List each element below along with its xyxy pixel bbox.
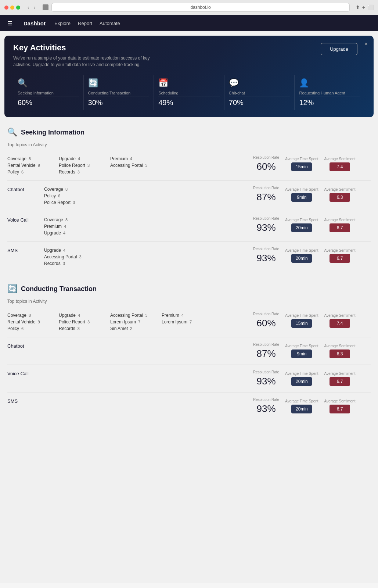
banner-title: Key Activities [13,43,365,53]
nav-automate[interactable]: Automate [100,21,120,26]
new-tab-button[interactable]: + [362,4,365,10]
sentiment-label: Average Sentiment [324,157,356,161]
ct-sms-stats: Resolution Rate 93% Average Time Spent 2… [253,398,371,415]
ct-chatbot-sent-badge: 6.3 [330,349,350,358]
ct-vc-sent-badge: 6.7 [330,377,350,386]
ct-topic-col-4: Premium 4 Lorem Ipsum 7 [162,312,213,332]
resolution-label: Resolution Rate [253,155,279,159]
seeking-header: 🔍 Seeking Information [7,128,371,137]
share-button[interactable]: ⬆ [356,4,360,10]
sidebar-button[interactable]: ⬜ [367,4,374,10]
seeking-title: Seeking Information [21,129,84,136]
ct-sent-badge: 7.4 [330,319,350,328]
ct-sms-res-pct: 93% [257,403,276,415]
ct-upgrade: Upgrade 4 [59,312,110,319]
ct-sms-res-label: Resolution Rate [253,398,279,402]
activity-card-human[interactable]: 👤 Requesting Human Agent 12% [295,75,365,110]
activity-card-scheduling[interactable]: 📅 Scheduling 49% [154,75,224,110]
vc-res-pct: 93% [257,222,276,233]
conducting-label: Conducting Transaction [88,91,150,97]
topic-policy: Policy 6 [7,169,59,175]
topics-label: Top topics in Activity [7,142,371,147]
conducting-pct: 30% [88,98,150,107]
sms-topic-col: Upgrade 4 Accessing Portal 3 Records 3 [44,247,96,267]
ct-accessing-portal: Accessing Portal 3 [110,312,162,319]
activity-card-conducting[interactable]: 🔄 Conducting Transaction 30% [84,75,154,110]
ct-sms-sent-badge: 6.7 [330,405,350,413]
back-button[interactable]: ‹ [26,4,31,11]
browser-actions: ⬆ + ⬜ [356,4,374,10]
sentiment-block: Average Sentiment 7.4 [324,157,356,171]
activity-card-seeking[interactable]: 🔍 Seeking Information 60% [13,75,84,110]
sms-stats: Resolution Rate 93% Average Time Spent 2… [253,247,371,264]
ct-police-report: Police Report 3 [59,319,110,325]
ct-vc-resolution: Resolution Rate 93% [253,370,279,387]
topic-rental-vehicle: Rental Vehicle 9 [7,162,59,169]
ct-res-label: Resolution Rate [253,312,279,316]
dot-green [16,6,20,10]
chatbot-stats: Resolution Rate 87% Average Time Spent 9… [253,186,371,203]
ct-chatbot-stats: Resolution Rate 87% Average Time Spent 9… [253,343,371,359]
chatbot-sent-badge: 6.3 [330,193,350,202]
ct-time-label: Average Time Spent [285,313,318,318]
topic-col-3: Premium 4 Accessing Portal 3 [110,155,162,175]
ct-rental: Rental Vehicle 9 [7,319,59,325]
chatbot-topic-2: Policy 6 [44,193,96,199]
forward-button[interactable]: › [32,4,37,11]
time-badge: 15min [291,162,312,171]
seeking-section-icon: 🔍 [7,128,17,137]
vc-resolution: Resolution Rate 93% [253,216,279,233]
sms-sent-badge: 6.7 [330,254,350,263]
upgrade-button[interactable]: Upgrade [321,43,357,55]
conducting-top-row: Coverage 8 Rental Vehicle 9 Policy 6 [7,307,371,337]
ct-sms-sent-label: Average Sentiment [324,399,356,403]
seeking-label: Seeking Information [18,91,79,97]
sms-label: SMS [7,247,44,253]
chatbot-sent-label: Average Sentiment [324,187,356,191]
vc-topic-2: Premium 4 [44,223,96,230]
vc-time: Average Time Spent 20min [285,218,318,232]
seeking-pct: 60% [18,98,79,107]
dot-red [4,6,8,10]
address-bar[interactable]: dashbot.io [51,3,349,12]
ct-chatbot-time-badge: 9min [291,349,312,358]
ct-sentiment: Average Sentiment 7.4 [324,313,356,328]
conducting-top-stats: Resolution Rate 60% Average Time Spent 1… [253,312,371,329]
chatbot-time-label: Average Time Spent [285,187,318,191]
menu-icon[interactable]: ☰ [7,20,12,27]
vc-sent-badge: 6.7 [330,223,350,232]
sms-sent-label: Average Sentiment [324,248,356,252]
vc-sentiment: Average Sentiment 6.7 [324,218,356,232]
conducting-top-topics: Coverage 8 Rental Vehicle 9 Policy 6 [7,312,253,332]
ct-lorem1: Lorem Ipsum 7 [110,319,162,325]
chatbot-res-pct: 87% [257,191,276,203]
ct-lorem2: Lorem Ipsum 7 [162,319,213,325]
chatbot-sentiment: Average Sentiment 6.3 [324,187,356,202]
chitchat-pct: 70% [229,98,290,107]
topic-coverage: Coverage 8 [7,155,59,162]
ct-vc-time-badge: 20min [291,377,312,386]
vc-topic-1: Coverage 8 [44,216,96,223]
seeking-sms-row: SMS Upgrade 4 Accessing Portal 3 Records [7,242,371,272]
ct-sms-label: SMS [7,398,44,404]
ct-policy: Policy 6 [7,325,59,332]
ct-topic-col-1: Coverage 8 Rental Vehicle 9 Policy 6 [7,312,59,332]
seeking-top-topics: Coverage 8 Rental Vehicle 9 Policy 6 [7,155,253,175]
chatbot-topics: Coverage 8 Policy 6 Police Report 3 [44,186,253,206]
nav-items: Explore Report Automate [54,21,120,26]
nav-explore[interactable]: Explore [54,21,71,26]
topic-premium: Premium 4 [110,155,162,162]
close-button[interactable]: × [364,41,368,47]
voicecall-label: Voice Call [7,216,44,223]
nav-report[interactable]: Report [78,21,92,26]
chitchat-label: Chit-chat [229,91,290,97]
scheduling-icon: 📅 [158,78,220,88]
ct-vc-sent-label: Average Sentiment [324,372,356,376]
vc-time-label: Average Time Spent [285,218,318,222]
sms-topic-1: Upgrade 4 [44,247,96,254]
ct-chatbot-sentiment: Average Sentiment 6.3 [324,344,356,358]
chatbot-res-label: Resolution Rate [253,186,279,190]
chatbot-resolution: Resolution Rate 87% [253,186,279,203]
ct-premium: Premium 4 [162,312,213,319]
activity-card-chitchat[interactable]: 💬 Chit-chat 70% [224,75,295,110]
